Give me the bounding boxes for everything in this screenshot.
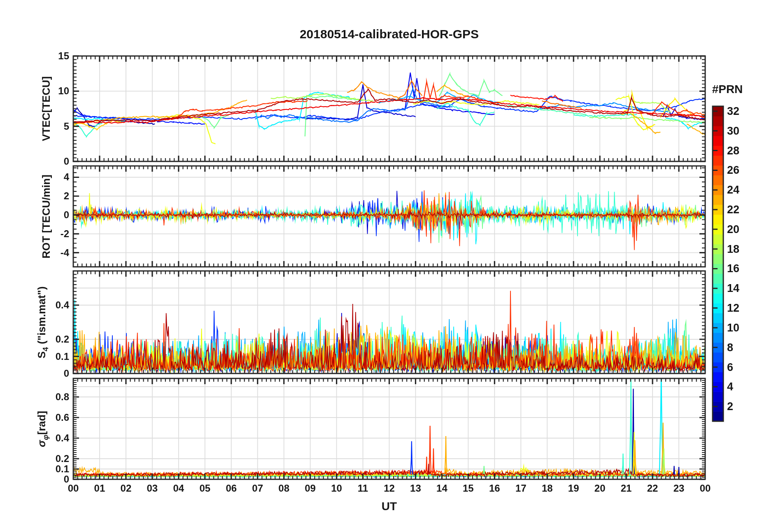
chart-title: 20180514-calibrated-HOR-GPS [73, 27, 705, 41]
x-tick-label: 06 [226, 483, 237, 494]
y-tick-label: 0 [40, 368, 69, 379]
x-tick-label: 18 [542, 483, 553, 494]
x-tick-label: 17 [515, 483, 527, 494]
x-tick-label: 04 [173, 483, 184, 494]
colorbar-tick-label: 8 [727, 341, 733, 354]
y-tick-label: 0.4 [40, 299, 69, 311]
y-tick-label: 0.2 [40, 334, 69, 345]
x-tick-label: 00 [68, 483, 79, 494]
colorbar-tick-label: 30 [727, 124, 739, 137]
colorbar-tick-label: 6 [727, 361, 733, 373]
x-tick-label: 20 [594, 483, 606, 494]
y-axis-label-s4: S4 ("ism.mat") [35, 286, 50, 358]
x-tick-label: 22 [647, 483, 658, 494]
x-tick-label: 00 [700, 483, 711, 494]
colorbar-tick-label: 2 [727, 400, 733, 413]
y-tick-label: 0.4 [40, 432, 69, 444]
y-tick-label: 4 [40, 171, 69, 183]
x-tick-label: 15 [463, 483, 474, 494]
colorbar-tick-label: 4 [727, 380, 733, 393]
x-tick-label: 01 [94, 483, 105, 494]
x-tick-label: 10 [331, 483, 342, 494]
y-tick-label: -2 [40, 228, 69, 240]
x-tick-label: 19 [568, 483, 579, 494]
x-tick-label: 16 [489, 483, 500, 494]
colorbar-tick-label: 32 [727, 105, 739, 117]
colorbar-tick-label: 10 [727, 321, 739, 334]
colorbar-label: #PRN [701, 83, 754, 96]
x-tick-label: 09 [305, 483, 316, 494]
y-tick-label: 2 [40, 190, 69, 202]
colorbar-tick-label: 12 [727, 302, 739, 315]
y-tick-label: 0.1 [40, 463, 69, 475]
y-tick-label: 0.1 [40, 351, 69, 362]
x-axis-label: UT [73, 500, 705, 513]
y-tick-label: 5 [40, 121, 69, 132]
y-tick-label: 0.8 [40, 391, 69, 403]
x-tick-label: 11 [358, 483, 368, 494]
y-tick-label: -4 [40, 247, 69, 259]
x-tick-label: 14 [436, 483, 447, 494]
x-tick-label: 08 [278, 483, 289, 494]
colorbar-tick-label: 14 [727, 282, 739, 295]
x-tick-label: 03 [147, 483, 158, 494]
y-tick-label: 0.6 [40, 412, 69, 423]
y-tick-label: 0 [40, 209, 69, 221]
colorbar-tick-label: 20 [727, 223, 739, 236]
x-tick-label: 23 [673, 483, 685, 494]
x-tick-label: 05 [199, 483, 210, 494]
colorbar-tick-label: 26 [727, 164, 739, 177]
chart-canvas [0, 0, 783, 532]
figure-root: 20180514-calibrated-HOR-GPS UT #PRN VTEC… [0, 0, 783, 532]
colorbar-tick-label: 28 [727, 144, 739, 157]
x-tick-label: 21 [621, 483, 632, 494]
colorbar-tick-label: 24 [727, 184, 739, 196]
y-tick-label: 15 [40, 50, 69, 62]
colorbar-tick-label: 16 [727, 262, 739, 275]
colorbar-tick-label: 22 [727, 203, 739, 216]
y-tick-label: 0.2 [40, 453, 69, 464]
x-tick-label: 02 [121, 483, 132, 494]
y-tick-label: 0 [40, 474, 69, 485]
colorbar-tick-label: 18 [727, 243, 739, 255]
x-tick-label: 13 [410, 483, 421, 494]
y-tick-label: 0 [40, 156, 69, 167]
x-tick-label: 07 [252, 483, 263, 494]
y-tick-label: 10 [40, 85, 69, 97]
x-tick-label: 12 [384, 483, 395, 494]
